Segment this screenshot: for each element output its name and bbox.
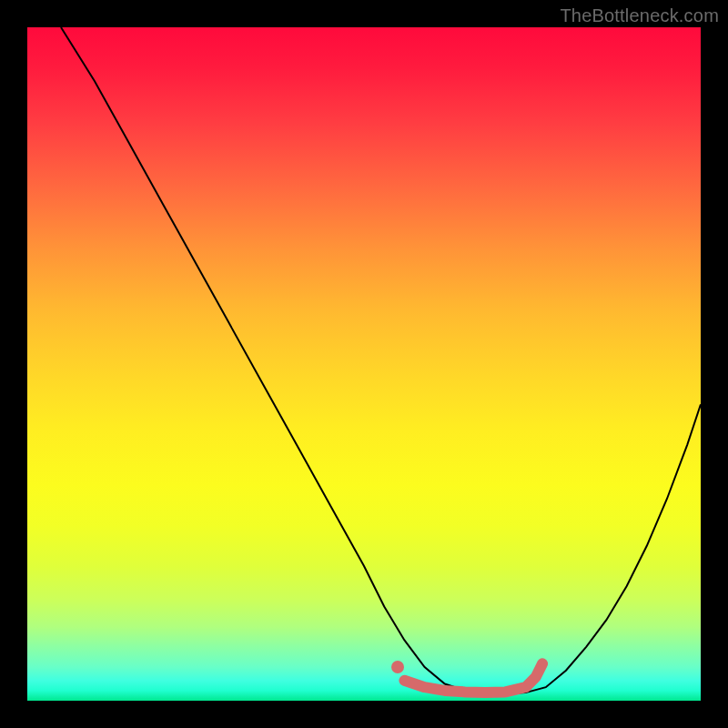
highlight-dot-icon xyxy=(391,661,404,673)
curve-layer xyxy=(27,27,701,701)
plot-area xyxy=(27,27,701,701)
bottleneck-curve xyxy=(61,27,701,694)
watermark-text: TheBottleneck.com xyxy=(560,5,719,26)
bottleneck-chart: TheBottleneck.com xyxy=(0,0,728,728)
